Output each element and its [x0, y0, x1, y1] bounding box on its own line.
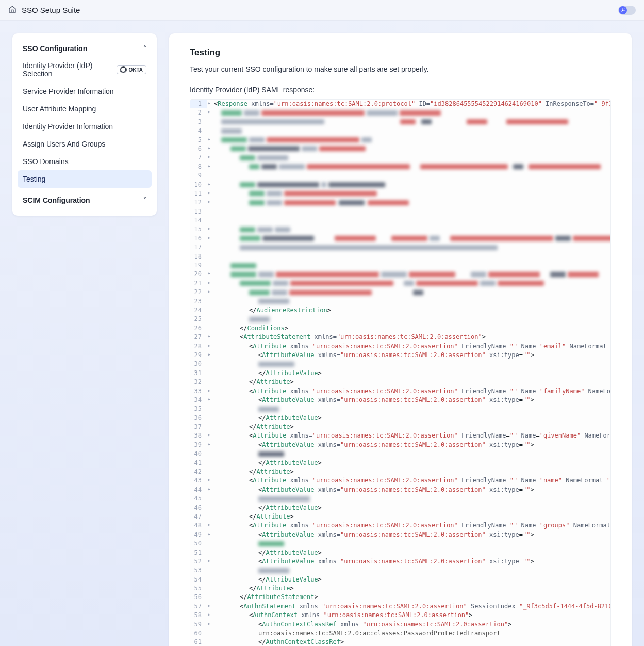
svg-line-5 [621, 8, 622, 9]
page-description: Test your current SSO configuration to m… [190, 65, 611, 73]
sidebar-item-label: Assign Users And Groups [23, 140, 105, 148]
theme-toggle[interactable] [618, 6, 636, 15]
sidebar-item-sso-domains[interactable]: SSO Domains [18, 153, 152, 170]
sidebar-item-idp-selection[interactable]: Identity Provider (IdP) Selection OKTA [18, 57, 152, 83]
sun-icon [619, 6, 627, 14]
okta-icon [120, 67, 126, 73]
sidebar-item-testing[interactable]: Testing [18, 170, 152, 188]
svg-point-0 [622, 9, 623, 11]
chevron-down-icon: ˅ [143, 197, 146, 204]
svg-line-6 [624, 11, 624, 12]
sidebar: SSO Configuration ˄ Identity Provider (I… [12, 33, 157, 216]
okta-badge: OKTA [117, 65, 146, 74]
sidebar-section-sso[interactable]: SSO Configuration ˄ [18, 40, 152, 57]
sidebar-section-title: SSO Configuration [23, 44, 87, 53]
sidebar-item-sp-info[interactable]: Service Provider Information [18, 83, 152, 100]
sidebar-item-idp-info[interactable]: Identity Provider Information [18, 118, 152, 135]
sidebar-item-label: Service Provider Information [23, 87, 114, 95]
sidebar-item-label: Identity Provider Information [23, 122, 113, 131]
sidebar-item-assign-users[interactable]: Assign Users And Groups [18, 135, 152, 153]
app-title: SSO Setup Suite [22, 6, 80, 14]
sidebar-items: Identity Provider (IdP) Selection OKTA S… [18, 57, 152, 192]
sidebar-item-label: User Attribute Mapping [23, 105, 96, 113]
home-icon[interactable] [8, 5, 16, 15]
sidebar-item-label: Testing [23, 175, 45, 183]
sidebar-item-label: Identity Provider (IdP) Selection [23, 61, 117, 78]
main-content: Testing Test your current SSO configurat… [169, 33, 632, 646]
app-header: SSO Setup Suite [0, 0, 644, 21]
sidebar-section-scim[interactable]: SCIM Configuration ˅ [18, 192, 152, 208]
idp-response-label: Identity Provider (IdP) SAML response: [190, 86, 611, 94]
sidebar-item-label: SSO Domains [23, 157, 69, 166]
page-title: Testing [190, 47, 611, 58]
sidebar-section-title: SCIM Configuration [23, 196, 90, 204]
svg-line-8 [624, 8, 624, 9]
chevron-up-icon: ˄ [143, 45, 146, 52]
svg-line-7 [621, 11, 622, 12]
saml-response-code[interactable]: 1▸<Response xmlns="urn:oasis:names:tc:SA… [190, 99, 611, 646]
sidebar-item-user-mapping[interactable]: User Attribute Mapping [18, 100, 152, 118]
